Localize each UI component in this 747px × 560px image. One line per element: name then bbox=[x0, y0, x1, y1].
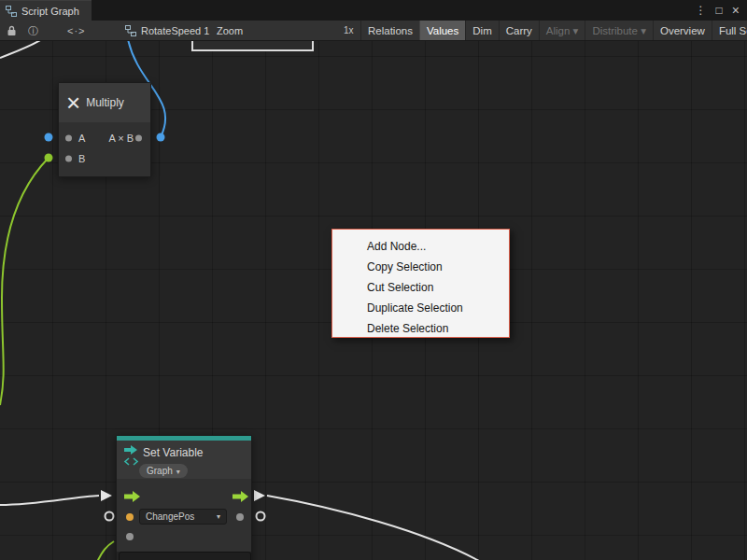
zoom-value: 1x bbox=[344, 21, 354, 41]
menu-item-delete-selection[interactable]: Delete Selection bbox=[332, 318, 509, 339]
unity-visual-scripting-window: Script Graph ⋮ □ × ⓘ <·> RotateSpeed 1 Z… bbox=[0, 0, 747, 560]
info-icon[interactable]: ⓘ bbox=[28, 21, 38, 41]
wire-white-flow-out[interactable] bbox=[267, 496, 481, 560]
flow-port-row bbox=[117, 484, 251, 509]
chevron-down-icon: ▾ bbox=[176, 468, 180, 476]
flow-input-port[interactable] bbox=[124, 491, 141, 502]
port-row-b: B bbox=[59, 148, 150, 169]
variable-input-port[interactable] bbox=[126, 513, 134, 521]
output-port-axb[interactable] bbox=[135, 135, 142, 142]
kebab-menu-icon[interactable]: ⋮ bbox=[696, 0, 707, 21]
output-label-axb: A × B bbox=[108, 133, 134, 144]
wire-green-bottom[interactable] bbox=[97, 541, 114, 560]
set-variable-title: Set Variable bbox=[143, 446, 203, 459]
value-input-port[interactable] bbox=[126, 533, 134, 540]
set-variable-node[interactable]: Set Variable Graph▾ ChangePos▾ bbox=[116, 435, 252, 560]
menu-item-copy-selection[interactable]: Copy Selection bbox=[332, 257, 509, 277]
toolbar-buttons: Relations Values Dim Carry Align ▾ Distr… bbox=[360, 21, 747, 41]
values-button[interactable]: Values bbox=[419, 21, 465, 41]
value-port-left[interactable] bbox=[106, 512, 114, 521]
lock-icon[interactable] bbox=[7, 21, 17, 41]
carry-button[interactable]: Carry bbox=[499, 21, 539, 41]
variable-output-port[interactable] bbox=[236, 513, 244, 521]
maximize-icon[interactable]: □ bbox=[716, 0, 723, 21]
input-port-a[interactable] bbox=[65, 135, 72, 142]
chevron-down-icon: ▾ bbox=[217, 510, 220, 525]
menu-item-duplicate-selection[interactable]: Duplicate Selection bbox=[332, 298, 509, 318]
graph-canvas[interactable]: × Multiply A A × B B bbox=[0, 41, 747, 560]
node-bottom-field[interactable] bbox=[119, 552, 251, 560]
menu-item-cut-selection[interactable]: Cut Selection bbox=[332, 277, 509, 298]
value-port-right[interactable] bbox=[257, 512, 265, 521]
context-menu: Add Node... Copy Selection Cut Selection… bbox=[331, 229, 510, 338]
wire-white-topleft[interactable] bbox=[0, 41, 42, 58]
zoom-label: Zoom bbox=[217, 21, 243, 41]
multiply-node-body: A A × B B bbox=[59, 122, 150, 176]
multiply-title: Multiply bbox=[86, 96, 124, 109]
menu-item-add-node[interactable]: Add Node... bbox=[332, 236, 509, 257]
window-controls: ⋮ □ × bbox=[696, 0, 747, 21]
port-endpoint-blue-out[interactable] bbox=[157, 133, 165, 142]
variable-row: ChangePos▾ bbox=[117, 509, 251, 525]
dim-button[interactable]: Dim bbox=[465, 21, 498, 41]
variable-name-dropdown[interactable]: ChangePos▾ bbox=[139, 509, 227, 525]
port-endpoint-green-b[interactable] bbox=[45, 154, 53, 162]
flow-arrowhead-in bbox=[101, 490, 112, 501]
tab-label: Script Graph bbox=[21, 6, 79, 17]
wire-green-left[interactable] bbox=[0, 158, 49, 405]
port-row-a: A A × B bbox=[59, 128, 150, 148]
set-variable-icon bbox=[123, 445, 140, 468]
fullscreen-button[interactable]: Full Screen bbox=[712, 21, 747, 41]
multiply-node-header[interactable]: × Multiply bbox=[59, 83, 150, 122]
input-label-a: A bbox=[78, 133, 85, 144]
variable-name-label: ChangePos bbox=[146, 510, 194, 525]
flow-output-port[interactable] bbox=[233, 491, 249, 502]
variable-scope-dropdown[interactable]: Graph▾ bbox=[139, 464, 188, 478]
close-icon[interactable]: × bbox=[732, 0, 740, 21]
align-button[interactable]: Align ▾ bbox=[539, 21, 585, 41]
set-variable-body: ChangePos▾ bbox=[117, 479, 251, 552]
port-endpoint-blue-a[interactable] bbox=[45, 133, 53, 142]
tab-bar: Script Graph ⋮ □ × bbox=[0, 0, 747, 21]
flow-arrowhead-out bbox=[254, 490, 265, 501]
tab-script-graph[interactable]: Script Graph bbox=[0, 0, 92, 21]
variable-scope-label: Graph bbox=[147, 466, 173, 476]
graph-breadcrumb-icon bbox=[125, 21, 136, 41]
wire-white-flow-in[interactable] bbox=[0, 496, 99, 505]
script-graph-icon bbox=[6, 6, 17, 17]
graph-breadcrumb[interactable]: RotateSpeed 1 bbox=[141, 21, 209, 41]
code-view-icon[interactable]: <·> bbox=[67, 21, 86, 41]
graph-toolbar: ⓘ <·> RotateSpeed 1 Zoom 1x Relations Va… bbox=[0, 21, 747, 41]
distribute-button[interactable]: Distribute ▾ bbox=[585, 21, 653, 41]
relations-button[interactable]: Relations bbox=[360, 21, 419, 41]
input-label-b: B bbox=[78, 153, 85, 164]
multiply-node[interactable]: × Multiply A A × B B bbox=[58, 82, 151, 177]
value-row bbox=[117, 525, 251, 548]
set-variable-header[interactable]: Set Variable Graph▾ bbox=[117, 441, 251, 479]
overview-button[interactable]: Overview bbox=[653, 21, 712, 41]
multiply-icon: × bbox=[66, 91, 80, 115]
input-port-b[interactable] bbox=[65, 156, 72, 162]
offscreen-selected-node[interactable] bbox=[191, 41, 314, 51]
